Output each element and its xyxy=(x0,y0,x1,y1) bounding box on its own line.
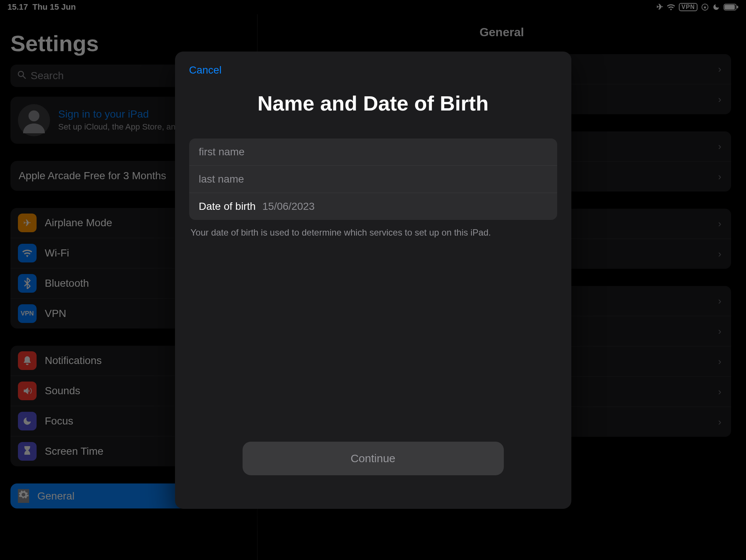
modal-help-text: Your date of birth is used to determine … xyxy=(189,227,557,238)
first-name-input[interactable] xyxy=(199,146,547,158)
airplane-icon: ✈︎ xyxy=(18,214,37,232)
name-dob-modal: Cancel Name and Date of Birth Date of bi… xyxy=(175,52,571,509)
chevron-right-icon: › xyxy=(718,94,721,105)
dob-value: 15/06/2023 xyxy=(262,200,315,212)
modal-title: Name and Date of Birth xyxy=(189,91,557,115)
do-not-disturb-icon xyxy=(712,3,720,11)
continue-button[interactable]: Continue xyxy=(243,442,504,475)
avatar-icon xyxy=(18,104,50,136)
chevron-right-icon: › xyxy=(718,386,721,398)
wifi-icon xyxy=(667,4,675,10)
chevron-right-icon: › xyxy=(718,248,721,260)
moon-icon xyxy=(18,412,37,430)
chevron-right-icon: › xyxy=(718,295,721,307)
promo-label: Apple Arcade Free for 3 Months xyxy=(19,170,166,181)
airplane-mode-icon: ✈︎ xyxy=(656,2,663,12)
dob-label: Date of birth xyxy=(199,200,256,212)
vpn-badge: VPN xyxy=(679,3,697,11)
search-placeholder: Search xyxy=(31,70,64,82)
cancel-button[interactable]: Cancel xyxy=(189,64,222,76)
hourglass-icon xyxy=(18,442,37,461)
dob-row[interactable]: Date of birth 15/06/2023 xyxy=(189,193,557,220)
svg-rect-3 xyxy=(737,6,738,8)
bluetooth-icon xyxy=(18,274,37,293)
search-icon xyxy=(17,70,26,82)
detail-title: General xyxy=(272,25,731,39)
chevron-right-icon: › xyxy=(718,171,721,183)
last-name-row[interactable] xyxy=(189,165,557,193)
gear-icon xyxy=(18,489,29,503)
svg-rect-2 xyxy=(725,5,735,10)
battery-icon xyxy=(724,3,739,11)
status-bar: 15.17 Thu 15 Jun ✈︎ VPN xyxy=(0,0,746,14)
modal-form-group: Date of birth 15/06/2023 xyxy=(189,139,557,220)
bell-icon xyxy=(18,351,37,370)
status-time: 15.17 xyxy=(7,2,28,12)
speaker-icon xyxy=(18,382,37,400)
status-date: Thu 15 Jun xyxy=(32,2,76,12)
first-name-row[interactable] xyxy=(189,139,557,165)
chevron-right-icon: › xyxy=(718,356,721,367)
sidebar-item-label: General xyxy=(37,490,75,502)
chevron-right-icon: › xyxy=(718,416,721,428)
vpn-icon: VPN xyxy=(18,304,37,323)
chevron-right-icon: › xyxy=(718,326,721,337)
orientation-lock-icon xyxy=(701,3,709,11)
svg-point-6 xyxy=(28,111,39,121)
chevron-right-icon: › xyxy=(718,63,721,75)
chevron-right-icon: › xyxy=(718,218,721,230)
wifi-icon xyxy=(18,244,37,262)
chevron-right-icon: › xyxy=(718,141,721,152)
last-name-input[interactable] xyxy=(199,173,547,185)
svg-line-5 xyxy=(23,76,25,78)
